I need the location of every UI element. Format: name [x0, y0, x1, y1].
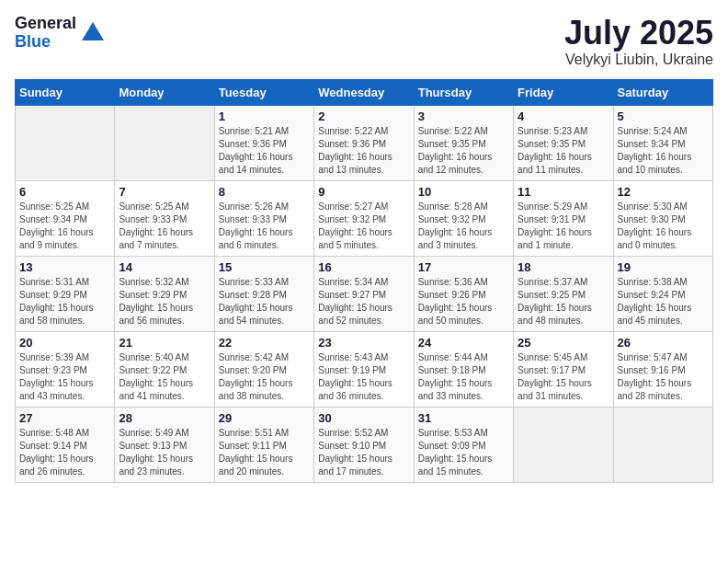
day-info: Sunrise: 5:38 AM Sunset: 9:24 PM Dayligh…: [618, 276, 709, 327]
calendar-cell: 21Sunrise: 5:40 AM Sunset: 9:22 PM Dayli…: [115, 331, 214, 407]
calendar-cell: 18Sunrise: 5:37 AM Sunset: 9:25 PM Dayli…: [514, 256, 613, 331]
calendar-cell: 10Sunrise: 5:28 AM Sunset: 9:32 PM Dayli…: [414, 180, 513, 256]
calendar-cell: 15Sunrise: 5:33 AM Sunset: 9:28 PM Dayli…: [214, 256, 313, 331]
day-info: Sunrise: 5:44 AM Sunset: 9:18 PM Dayligh…: [418, 351, 509, 403]
weekday-row: SundayMondayTuesdayWednesdayThursdayFrid…: [16, 79, 713, 105]
day-number: 24: [418, 336, 509, 350]
day-number: 13: [19, 260, 110, 274]
calendar-cell: 14Sunrise: 5:32 AM Sunset: 9:29 PM Dayli…: [115, 256, 214, 331]
weekday-header: Thursday: [414, 79, 513, 105]
calendar-cell: 30Sunrise: 5:52 AM Sunset: 9:10 PM Dayli…: [314, 407, 414, 482]
calendar-week-row: 20Sunrise: 5:39 AM Sunset: 9:23 PM Dayli…: [16, 331, 713, 407]
day-number: 17: [418, 260, 509, 274]
day-info: Sunrise: 5:33 AM Sunset: 9:28 PM Dayligh…: [219, 276, 310, 327]
day-number: 10: [418, 185, 509, 199]
logo-general-text: General: [15, 15, 76, 33]
title-block: July 2025 Velykyi Liubin, Ukraine: [564, 15, 713, 68]
calendar-cell: [613, 407, 712, 482]
day-info: Sunrise: 5:47 AM Sunset: 9:16 PM Dayligh…: [618, 351, 709, 403]
day-info: Sunrise: 5:39 AM Sunset: 9:23 PM Dayligh…: [19, 351, 110, 403]
calendar-week-row: 1Sunrise: 5:21 AM Sunset: 9:36 PM Daylig…: [16, 105, 713, 180]
day-info: Sunrise: 5:40 AM Sunset: 9:22 PM Dayligh…: [119, 351, 210, 403]
day-number: 12: [618, 185, 709, 199]
day-number: 11: [518, 185, 609, 199]
page-header: General Blue July 2025 Velykyi Liubin, U…: [15, 15, 713, 68]
calendar-cell: 8Sunrise: 5:26 AM Sunset: 9:33 PM Daylig…: [214, 180, 313, 256]
calendar-cell: 24Sunrise: 5:44 AM Sunset: 9:18 PM Dayli…: [414, 331, 513, 407]
day-info: Sunrise: 5:25 AM Sunset: 9:34 PM Dayligh…: [19, 201, 110, 252]
day-info: Sunrise: 5:37 AM Sunset: 9:25 PM Dayligh…: [518, 276, 609, 327]
calendar-cell: 20Sunrise: 5:39 AM Sunset: 9:23 PM Dayli…: [16, 331, 115, 407]
day-number: 7: [119, 185, 210, 199]
day-number: 23: [318, 336, 409, 350]
calendar-table: SundayMondayTuesdayWednesdayThursdayFrid…: [15, 79, 713, 483]
logo-blue-text: Blue: [15, 33, 76, 52]
day-info: Sunrise: 5:22 AM Sunset: 9:36 PM Dayligh…: [318, 125, 409, 177]
calendar-cell: 23Sunrise: 5:43 AM Sunset: 9:19 PM Dayli…: [314, 331, 414, 407]
day-number: 25: [518, 336, 609, 350]
calendar-cell: 11Sunrise: 5:29 AM Sunset: 9:31 PM Dayli…: [514, 180, 613, 256]
weekday-header: Wednesday: [314, 79, 414, 105]
day-number: 15: [219, 260, 310, 274]
day-info: Sunrise: 5:24 AM Sunset: 9:34 PM Dayligh…: [618, 125, 709, 177]
day-info: Sunrise: 5:51 AM Sunset: 9:11 PM Dayligh…: [219, 427, 310, 478]
day-info: Sunrise: 5:28 AM Sunset: 9:32 PM Dayligh…: [418, 201, 509, 252]
day-info: Sunrise: 5:48 AM Sunset: 9:14 PM Dayligh…: [19, 427, 110, 478]
weekday-header: Friday: [514, 79, 613, 105]
day-info: Sunrise: 5:42 AM Sunset: 9:20 PM Dayligh…: [219, 351, 310, 403]
calendar-cell: [514, 407, 613, 482]
day-number: 5: [618, 109, 709, 123]
calendar-cell: 25Sunrise: 5:45 AM Sunset: 9:17 PM Dayli…: [514, 331, 613, 407]
day-info: Sunrise: 5:27 AM Sunset: 9:32 PM Dayligh…: [318, 201, 409, 252]
day-info: Sunrise: 5:26 AM Sunset: 9:33 PM Dayligh…: [219, 201, 310, 252]
logo: General Blue: [15, 15, 106, 52]
calendar-cell: 12Sunrise: 5:30 AM Sunset: 9:30 PM Dayli…: [613, 180, 712, 256]
calendar-cell: [115, 105, 214, 180]
calendar-cell: 6Sunrise: 5:25 AM Sunset: 9:34 PM Daylig…: [16, 180, 115, 256]
calendar-cell: 5Sunrise: 5:24 AM Sunset: 9:34 PM Daylig…: [613, 105, 712, 180]
day-info: Sunrise: 5:36 AM Sunset: 9:26 PM Dayligh…: [418, 276, 509, 327]
weekday-header: Saturday: [613, 79, 712, 105]
day-number: 9: [318, 185, 409, 199]
day-info: Sunrise: 5:52 AM Sunset: 9:10 PM Dayligh…: [318, 427, 409, 478]
day-number: 18: [518, 260, 609, 274]
calendar-cell: 13Sunrise: 5:31 AM Sunset: 9:29 PM Dayli…: [16, 256, 115, 331]
day-number: 22: [219, 336, 310, 350]
calendar-cell: [16, 105, 115, 180]
day-number: 6: [19, 185, 110, 199]
day-number: 1: [219, 109, 310, 123]
calendar-header: SundayMondayTuesdayWednesdayThursdayFrid…: [16, 79, 713, 105]
day-info: Sunrise: 5:53 AM Sunset: 9:09 PM Dayligh…: [418, 427, 509, 478]
day-info: Sunrise: 5:43 AM Sunset: 9:19 PM Dayligh…: [318, 351, 409, 403]
logo-icon: [80, 20, 106, 46]
calendar-week-row: 13Sunrise: 5:31 AM Sunset: 9:29 PM Dayli…: [16, 256, 713, 331]
day-number: 3: [418, 109, 509, 123]
calendar-cell: 26Sunrise: 5:47 AM Sunset: 9:16 PM Dayli…: [613, 331, 712, 407]
calendar-cell: 9Sunrise: 5:27 AM Sunset: 9:32 PM Daylig…: [314, 180, 414, 256]
day-number: 30: [318, 411, 409, 425]
day-number: 20: [19, 336, 110, 350]
day-info: Sunrise: 5:25 AM Sunset: 9:33 PM Dayligh…: [119, 201, 210, 252]
location: Velykyi Liubin, Ukraine: [564, 52, 713, 68]
day-number: 26: [618, 336, 709, 350]
svg-marker-0: [82, 22, 104, 40]
calendar-cell: 1Sunrise: 5:21 AM Sunset: 9:36 PM Daylig…: [214, 105, 313, 180]
calendar-cell: 29Sunrise: 5:51 AM Sunset: 9:11 PM Dayli…: [214, 407, 313, 482]
day-info: Sunrise: 5:31 AM Sunset: 9:29 PM Dayligh…: [19, 276, 110, 327]
calendar-cell: 28Sunrise: 5:49 AM Sunset: 9:13 PM Dayli…: [115, 407, 214, 482]
day-info: Sunrise: 5:29 AM Sunset: 9:31 PM Dayligh…: [518, 201, 609, 252]
day-number: 27: [19, 411, 110, 425]
month-title: July 2025: [564, 15, 713, 52]
calendar-cell: 3Sunrise: 5:22 AM Sunset: 9:35 PM Daylig…: [414, 105, 513, 180]
day-number: 16: [318, 260, 409, 274]
day-number: 4: [518, 109, 609, 123]
weekday-header: Monday: [115, 79, 214, 105]
calendar-week-row: 27Sunrise: 5:48 AM Sunset: 9:14 PM Dayli…: [16, 407, 713, 482]
calendar-cell: 19Sunrise: 5:38 AM Sunset: 9:24 PM Dayli…: [613, 256, 712, 331]
calendar-cell: 16Sunrise: 5:34 AM Sunset: 9:27 PM Dayli…: [314, 256, 414, 331]
calendar-week-row: 6Sunrise: 5:25 AM Sunset: 9:34 PM Daylig…: [16, 180, 713, 256]
day-number: 19: [618, 260, 709, 274]
day-number: 8: [219, 185, 310, 199]
day-number: 2: [318, 109, 409, 123]
calendar-cell: 31Sunrise: 5:53 AM Sunset: 9:09 PM Dayli…: [414, 407, 513, 482]
